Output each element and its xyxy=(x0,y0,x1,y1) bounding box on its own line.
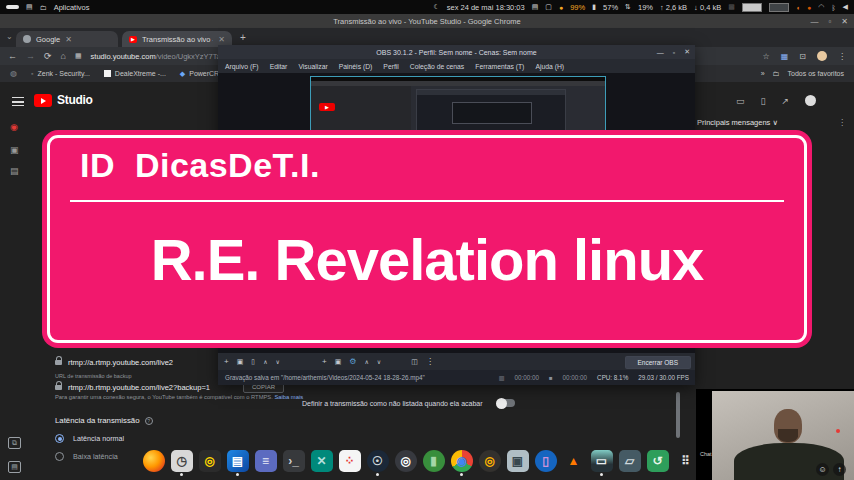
monitor-icon[interactable]: ▢ xyxy=(545,3,552,11)
night-mode-icon[interactable]: ☾ xyxy=(433,3,439,11)
chrome-menu-icon[interactable]: ⋮ xyxy=(838,52,846,61)
dock-icon-app-store[interactable]: ⁘ xyxy=(338,450,361,476)
reaction-emoji-icon[interactable]: ☺ xyxy=(816,463,829,476)
latency-option-low[interactable]: Baixa latência xyxy=(55,452,118,461)
workspace-grid-icon[interactable]: ▤ xyxy=(26,3,33,11)
webcam-window[interactable]: Chat ☺ ↑ xyxy=(696,389,854,480)
keyboard-layout-icon[interactable] xyxy=(742,3,762,12)
close-button[interactable]: ✕ xyxy=(684,48,690,56)
dock-icon-dev-app[interactable]: ✕ xyxy=(310,450,333,476)
dock-icon-steam[interactable]: ☉ xyxy=(366,450,389,476)
dock-icon-phone-mirror[interactable]: ▯ xyxy=(534,450,557,476)
youtube-logo-icon[interactable] xyxy=(34,94,52,107)
scene-down-icon[interactable]: ∨ xyxy=(377,358,381,365)
menu-ferramentas[interactable]: Ferramentas (T) xyxy=(475,63,524,70)
radio-icon[interactable] xyxy=(55,452,64,461)
page-scrollbar[interactable] xyxy=(676,392,680,438)
menu-paineis[interactable]: Painéis (D) xyxy=(339,63,373,70)
active-window-icon[interactable] xyxy=(769,3,789,12)
minimize-button[interactable]: — xyxy=(810,17,818,26)
gear-icon[interactable]: ⚙ xyxy=(349,357,356,366)
dock-icon-recorder-device[interactable]: ▣ xyxy=(506,450,529,476)
move-down-icon[interactable]: ∨ xyxy=(276,358,280,365)
menu-perfil[interactable]: Perfil xyxy=(383,63,399,70)
remove-source-icon[interactable]: ▣ xyxy=(237,358,244,366)
dock-icon-converter-app[interactable]: ↺ xyxy=(646,450,669,476)
grid-rail-icon[interactable]: ▤ xyxy=(10,166,19,176)
move-up-icon[interactable]: ∧ xyxy=(263,358,267,365)
extension-icon[interactable]: ▩ xyxy=(728,3,735,11)
info-icon[interactable]: ? xyxy=(145,417,153,425)
mixer-icon[interactable]: ◫ xyxy=(411,358,418,366)
dock-icon-firefox[interactable] xyxy=(142,450,165,476)
menu-editar[interactable]: Editar xyxy=(270,63,288,70)
toolbar-kebab-icon[interactable]: ⋮ xyxy=(426,357,434,366)
bookmark-star-icon[interactable]: ☆ xyxy=(763,52,770,61)
dock-icon-text-editor[interactable]: ≡ xyxy=(254,450,277,476)
saiba-mais-link[interactable]: Saiba mais xyxy=(274,394,303,400)
extensions-icon[interactable]: ▦ xyxy=(781,52,789,61)
dock-icon-terminal[interactable]: ›_ xyxy=(282,450,305,476)
menu-ajuda[interactable]: Ajuda (H) xyxy=(535,63,564,70)
add-scene-icon[interactable]: + xyxy=(322,357,327,366)
minimize-button[interactable]: — xyxy=(657,49,664,56)
home-icon[interactable]: ⌂ xyxy=(61,51,66,61)
obs-titlebar[interactable]: OBS 30.1.2 - Perfil: Sem nome - Cenas: S… xyxy=(218,45,695,59)
scene-up-icon[interactable]: ∧ xyxy=(364,358,368,365)
close-button[interactable]: ✕ xyxy=(841,17,848,26)
radio-selected-icon[interactable] xyxy=(55,434,64,443)
tab-close-icon[interactable]: ✕ xyxy=(218,35,225,44)
studio-brand[interactable]: Studio xyxy=(57,93,93,107)
menu-visualizar[interactable]: Visualizar xyxy=(298,63,327,70)
add-source-icon[interactable]: + xyxy=(224,357,229,366)
dock-icon-vlc[interactable]: ▲ xyxy=(562,450,585,476)
forward-icon[interactable]: → xyxy=(26,51,35,61)
messages-menu-icon[interactable]: ⋮ xyxy=(838,118,846,127)
dock-icon-obs[interactable]: ◎ xyxy=(394,450,417,476)
apps-globe-icon[interactable]: ◍ xyxy=(10,69,17,78)
tab-google[interactable]: Google ✕ xyxy=(16,31,118,47)
camera-rail-icon[interactable]: ▣ xyxy=(10,145,19,155)
all-favorites-label[interactable]: Todos os favoritos xyxy=(788,70,844,77)
dock-icon-chrome[interactable]: ◉ xyxy=(450,450,473,476)
obs-preview-thumbnail[interactable]: ▶ xyxy=(310,76,606,131)
clock[interactable]: sex 24 de mai 18:30:03 xyxy=(447,3,525,12)
tab-close-icon[interactable]: ✕ xyxy=(65,35,72,44)
top-messages-dropdown[interactable]: Principais mensagens ∨ xyxy=(697,118,778,127)
new-tab-button[interactable]: + xyxy=(240,32,246,43)
dock-icon-libreoffice[interactable]: ▤ xyxy=(226,450,249,476)
dock-icon-audio-app[interactable]: ◎ xyxy=(198,450,221,476)
wifi-icon[interactable]: ◠ xyxy=(818,3,824,11)
source-properties-icon[interactable]: ▯ xyxy=(251,358,255,366)
stream-health-icon[interactable]: ▭ xyxy=(736,96,745,107)
dock-icon-files-clock[interactable]: ◷ xyxy=(170,450,193,476)
back-icon[interactable]: ← xyxy=(8,51,17,61)
notification-icon[interactable]: ◖ xyxy=(796,4,800,11)
live-rail-icon[interactable]: ◉ xyxy=(10,122,18,132)
bookmarks-overflow-chevron[interactable]: » xyxy=(761,70,765,77)
share-arrow-icon[interactable]: ↗ xyxy=(781,96,789,107)
dock-icon-screenshot-app[interactable]: ▭ xyxy=(590,450,613,476)
menu-arquivo[interactable]: Arquivo (F) xyxy=(225,63,259,70)
maximize-button[interactable]: ▫ xyxy=(673,49,675,56)
folder-icon[interactable]: 🗀 xyxy=(40,4,47,11)
bookmark-panel-icon[interactable]: ▯ xyxy=(761,96,766,107)
profile-avatar[interactable] xyxy=(817,51,827,61)
dock-icon-microphone[interactable]: ▮ xyxy=(422,450,445,476)
latency-option-normal[interactable]: Latência normal xyxy=(55,434,124,443)
channel-avatar[interactable] xyxy=(805,95,816,106)
dock-icon-camera-rings-app[interactable]: ◎ xyxy=(478,450,501,476)
reload-icon[interactable]: ⟳ xyxy=(44,51,52,61)
quit-obs-button[interactable]: Encerrar OBS xyxy=(625,356,691,369)
applications-menu[interactable]: Aplicativos xyxy=(54,3,90,12)
maximize-button[interactable]: ▫ xyxy=(828,17,831,26)
hamburger-menu-icon[interactable] xyxy=(12,97,24,106)
clipboard-icon[interactable]: ▤ xyxy=(532,3,539,11)
raise-arrow-icon[interactable]: ↑ xyxy=(833,463,846,476)
volume-icon[interactable]: ◀ xyxy=(843,3,848,11)
unlisted-toggle[interactable] xyxy=(497,399,515,407)
bookmark-dealextreme[interactable]: DealeXtreme -... xyxy=(104,70,166,77)
menu-colecao-de-cenas[interactable]: Coleção de cenas xyxy=(410,63,464,70)
bluetooth-icon[interactable]: ᛒ xyxy=(831,4,835,11)
tab-live-stream[interactable]: ▶ Transmissão ao vivo - Y ✕ xyxy=(122,31,232,47)
